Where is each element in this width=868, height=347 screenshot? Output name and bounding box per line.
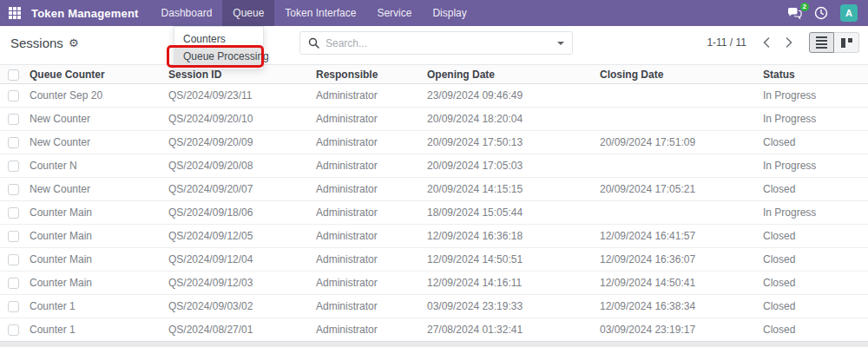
apps-menu-button[interactable] [0, 0, 30, 26]
nav-item-dashboard[interactable]: Dashboard [151, 0, 223, 26]
cell-responsible: Administrator [312, 154, 424, 178]
nav-item-queue[interactable]: Queue [222, 0, 274, 26]
user-avatar[interactable]: A [840, 4, 858, 22]
column-header-responsible[interactable]: Responsible [312, 65, 424, 84]
topbar-right: 2 A [787, 0, 868, 26]
menu-item-counters[interactable]: Counters [174, 30, 263, 48]
cell-closing-date [596, 84, 760, 108]
cell-session-id: QS/2024/09/12/04 [165, 248, 312, 272]
cell-closing-date: 03/09/2024 23:19:17 [596, 318, 760, 342]
pager-next-button[interactable] [779, 33, 799, 52]
cell-session-id: QS/2024/08/27/01 [165, 318, 312, 342]
kanban-view-button[interactable] [834, 32, 859, 53]
nav-item-display[interactable]: Display [422, 0, 477, 26]
table-row[interactable]: New Counter QS/2024/09/20/07 Administrat… [0, 178, 868, 201]
cell-opening-date: 20/09/2024 17:50:13 [424, 131, 596, 154]
row-checkbox[interactable] [8, 114, 19, 125]
page-title: Sessions [10, 36, 63, 50]
cell-responsible: Administrator [312, 248, 424, 272]
footer-strip [0, 341, 868, 347]
chevron-right-icon [786, 37, 792, 48]
clock-icon [814, 6, 828, 20]
row-checkbox[interactable] [8, 231, 19, 242]
list-view-icon [816, 36, 827, 49]
cell-queue-counter: New Counter [26, 131, 165, 154]
table-row[interactable]: Counter Main QS/2024/09/12/04 Administra… [0, 248, 868, 272]
cell-responsible: Administrator [312, 272, 424, 295]
search-input[interactable] [326, 37, 549, 49]
cell-session-id: QS/2024/09/12/05 [165, 225, 312, 248]
cell-responsible: Administrator [312, 131, 424, 154]
row-checkbox[interactable] [8, 278, 19, 289]
row-checkbox[interactable] [8, 301, 19, 312]
row-checkbox[interactable] [8, 254, 19, 265]
cell-status: Closed [760, 272, 868, 295]
table-header-row: Queue Counter Session ID Responsible Ope… [0, 65, 868, 84]
cell-queue-counter: Counter Sep 20 [26, 84, 165, 108]
cell-queue-counter: Counter Main [26, 225, 165, 248]
cell-queue-counter: New Counter [26, 178, 165, 201]
cell-queue-counter: Counter 1 [26, 318, 165, 342]
row-checkbox[interactable] [8, 207, 19, 219]
row-checkbox[interactable] [8, 90, 19, 101]
nav-item-token-interface[interactable]: Token Interface [274, 0, 366, 26]
table-row[interactable]: Counter 1 QS/2024/09/03/02 Administrator… [0, 295, 868, 318]
row-checkbox[interactable] [8, 184, 19, 195]
search-icon [308, 37, 319, 49]
cell-opening-date: 12/09/2024 16:36:18 [424, 225, 596, 248]
search-filter-toggle[interactable] [549, 32, 572, 54]
column-header-queue-counter[interactable]: Queue Counter [26, 65, 165, 84]
cell-queue-counter: Counter 1 [26, 295, 165, 318]
cell-opening-date: 12/09/2024 14:50:51 [424, 248, 596, 272]
cell-status: Closed [760, 295, 868, 318]
menu-item-queue-processing[interactable]: Queue Processing [174, 48, 263, 65]
cell-session-id: QS/2024/09/03/02 [165, 295, 312, 318]
column-header-opening-date[interactable]: Opening Date [424, 65, 596, 84]
chevron-left-icon [763, 37, 770, 48]
search-box [299, 31, 573, 55]
cell-closing-date: 12/09/2024 16:41:57 [596, 225, 760, 248]
cell-responsible: Administrator [312, 318, 424, 342]
column-header-status[interactable]: Status [760, 65, 868, 84]
app-title[interactable]: Token Management [30, 0, 151, 26]
nav-item-service[interactable]: Service [366, 0, 422, 26]
cell-opening-date: 20/09/2024 14:15:15 [424, 178, 596, 201]
gear-icon[interactable]: ⚙ [69, 37, 79, 49]
row-checkbox[interactable] [8, 137, 19, 148]
select-all-checkbox[interactable] [8, 69, 19, 81]
cell-closing-date: 20/09/2024 17:05:21 [596, 178, 760, 201]
column-header-closing-date[interactable]: Closing Date [596, 65, 760, 84]
table-row[interactable]: Counter Sep 20 QS/2024/09/23/11 Administ… [0, 84, 868, 108]
cell-opening-date: 20/09/2024 18:20:04 [424, 108, 596, 131]
table-row[interactable]: Counter N QS/2024/09/20/08 Administrator… [0, 154, 868, 178]
activities-button[interactable] [814, 6, 828, 20]
cell-opening-date: 03/09/2024 23:19:33 [424, 295, 596, 318]
table-row[interactable]: Counter Main QS/2024/09/18/06 Administra… [0, 201, 868, 225]
cell-responsible: Administrator [312, 108, 424, 131]
pager-previous-button[interactable] [757, 33, 776, 52]
cell-closing-date: 12/09/2024 16:38:34 [596, 295, 760, 318]
table-row[interactable]: New Counter QS/2024/09/20/10 Administrat… [0, 108, 868, 131]
row-checkbox[interactable] [8, 160, 19, 172]
chevron-down-icon [557, 42, 564, 45]
view-switcher [809, 32, 859, 53]
cell-closing-date: 12/09/2024 14:50:41 [596, 272, 760, 295]
table-row[interactable]: Counter Main QS/2024/09/12/03 Administra… [0, 272, 868, 295]
list-view-button[interactable] [809, 32, 834, 53]
cell-opening-date: 18/09/2024 15:05:44 [424, 201, 596, 225]
cell-status: Closed [760, 318, 868, 342]
cell-session-id: QS/2024/09/20/09 [165, 131, 312, 154]
sessions-table: Queue Counter Session ID Responsible Ope… [0, 64, 868, 342]
cell-responsible: Administrator [312, 84, 424, 108]
cell-status: Closed [760, 131, 868, 154]
table-row[interactable]: New Counter QS/2024/09/20/09 Administrat… [0, 131, 868, 154]
row-checkbox[interactable] [8, 324, 19, 336]
cell-session-id: QS/2024/09/20/07 [165, 178, 312, 201]
table-row[interactable]: Counter Main QS/2024/09/12/05 Administra… [0, 225, 868, 248]
control-panel: Sessions ⚙ 1-11 / 11 [0, 26, 868, 59]
messages-button[interactable]: 2 [787, 7, 802, 20]
pager-range: 1-11 / 11 [707, 36, 746, 49]
cell-status: Closed [760, 178, 868, 201]
table-row[interactable]: Counter 1 QS/2024/08/27/01 Administrator… [0, 318, 868, 342]
cell-closing-date [596, 154, 760, 178]
